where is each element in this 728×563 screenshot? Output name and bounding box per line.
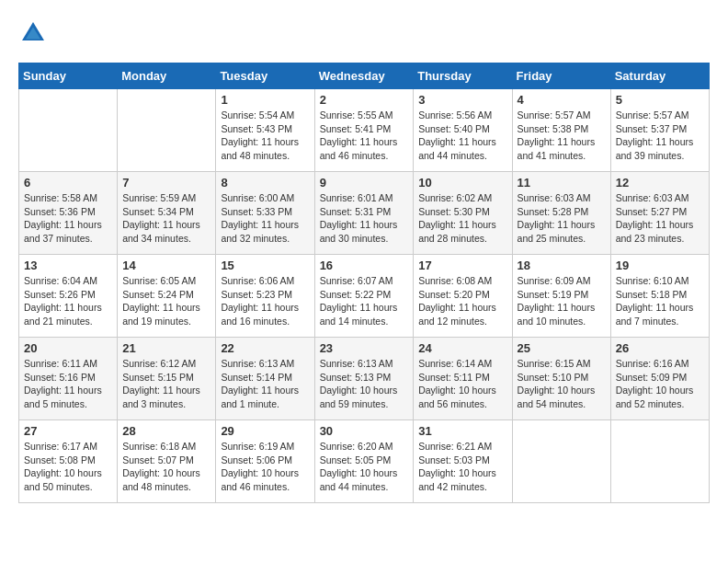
calendar-cell — [118, 89, 216, 172]
day-header-wednesday: Wednesday — [314, 63, 414, 89]
calendar-cell: 17Sunrise: 6:08 AMSunset: 5:20 PMDayligh… — [414, 255, 512, 338]
day-info: Sunrise: 6:07 AMSunset: 5:22 PMDaylight:… — [320, 274, 409, 328]
calendar-cell: 14Sunrise: 6:05 AMSunset: 5:24 PMDayligh… — [118, 255, 216, 338]
day-number: 8 — [221, 176, 309, 190]
day-info: Sunrise: 6:06 AMSunset: 5:23 PMDaylight:… — [221, 274, 309, 328]
calendar-table: SundayMondayTuesdayWednesdayThursdayFrid… — [18, 63, 710, 503]
calendar-cell: 30Sunrise: 6:20 AMSunset: 5:05 PMDayligh… — [314, 420, 414, 503]
day-info: Sunrise: 6:14 AMSunset: 5:11 PMDaylight:… — [418, 357, 506, 411]
day-info: Sunrise: 5:54 AMSunset: 5:43 PMDaylight:… — [221, 109, 309, 163]
day-info: Sunrise: 6:20 AMSunset: 5:05 PMDaylight:… — [320, 440, 409, 494]
calendar-cell: 7Sunrise: 5:59 AMSunset: 5:34 PMDaylight… — [118, 172, 216, 255]
day-info: Sunrise: 5:56 AMSunset: 5:40 PMDaylight:… — [418, 109, 506, 163]
page-header — [18, 18, 710, 48]
calendar-cell: 22Sunrise: 6:13 AMSunset: 5:14 PMDayligh… — [216, 338, 314, 420]
day-info: Sunrise: 6:19 AMSunset: 5:06 PMDaylight:… — [221, 440, 309, 494]
day-number: 21 — [122, 341, 210, 355]
day-info: Sunrise: 6:16 AMSunset: 5:09 PMDaylight:… — [616, 357, 704, 411]
calendar-cell: 24Sunrise: 6:14 AMSunset: 5:11 PMDayligh… — [414, 338, 512, 420]
calendar-cell: 23Sunrise: 6:13 AMSunset: 5:13 PMDayligh… — [314, 338, 414, 420]
day-info: Sunrise: 6:15 AMSunset: 5:10 PMDaylight:… — [518, 357, 606, 411]
day-info: Sunrise: 6:01 AMSunset: 5:31 PMDaylight:… — [320, 191, 409, 246]
day-number: 5 — [616, 93, 704, 107]
day-info: Sunrise: 5:58 AMSunset: 5:36 PMDaylight:… — [24, 191, 112, 246]
day-info: Sunrise: 6:03 AMSunset: 5:27 PMDaylight:… — [616, 191, 704, 246]
calendar-cell: 9Sunrise: 6:01 AMSunset: 5:31 PMDaylight… — [314, 172, 414, 255]
day-info: Sunrise: 6:00 AMSunset: 5:33 PMDaylight:… — [221, 191, 309, 246]
logo-icon — [18, 18, 48, 48]
day-number: 23 — [320, 341, 409, 355]
day-info: Sunrise: 6:12 AMSunset: 5:15 PMDaylight:… — [122, 357, 210, 411]
day-number: 3 — [418, 93, 506, 107]
day-number: 10 — [418, 176, 506, 190]
calendar-cell: 31Sunrise: 6:21 AMSunset: 5:03 PMDayligh… — [414, 420, 512, 503]
calendar-cell: 19Sunrise: 6:10 AMSunset: 5:18 PMDayligh… — [610, 255, 709, 338]
day-number: 16 — [320, 259, 409, 272]
day-number: 17 — [418, 259, 506, 272]
calendar-cell: 4Sunrise: 5:57 AMSunset: 5:38 PMDaylight… — [512, 89, 610, 172]
day-number: 25 — [518, 341, 606, 355]
calendar-cell: 29Sunrise: 6:19 AMSunset: 5:06 PMDayligh… — [216, 420, 314, 503]
calendar-cell: 8Sunrise: 6:00 AMSunset: 5:33 PMDaylight… — [216, 172, 314, 255]
day-number: 4 — [518, 93, 606, 107]
calendar-week-row: 27Sunrise: 6:17 AMSunset: 5:08 PMDayligh… — [19, 420, 710, 503]
day-info: Sunrise: 6:13 AMSunset: 5:14 PMDaylight:… — [221, 357, 309, 411]
day-number: 22 — [221, 341, 309, 355]
day-info: Sunrise: 6:02 AMSunset: 5:30 PMDaylight:… — [418, 191, 506, 246]
day-number: 24 — [418, 341, 506, 355]
day-number: 6 — [24, 176, 112, 190]
day-number: 2 — [320, 93, 409, 107]
day-info: Sunrise: 6:03 AMSunset: 5:28 PMDaylight:… — [518, 191, 606, 246]
day-header-sunday: Sunday — [19, 63, 118, 89]
calendar-cell: 1Sunrise: 5:54 AMSunset: 5:43 PMDaylight… — [216, 89, 314, 172]
day-number: 26 — [616, 341, 704, 355]
logo — [18, 18, 51, 48]
day-info: Sunrise: 6:09 AMSunset: 5:19 PMDaylight:… — [518, 274, 606, 328]
calendar-cell: 26Sunrise: 6:16 AMSunset: 5:09 PMDayligh… — [610, 338, 709, 420]
calendar-cell: 10Sunrise: 6:02 AMSunset: 5:30 PMDayligh… — [414, 172, 512, 255]
day-number: 29 — [221, 424, 309, 438]
calendar-cell: 18Sunrise: 6:09 AMSunset: 5:19 PMDayligh… — [512, 255, 610, 338]
day-number: 30 — [320, 424, 409, 438]
calendar-week-row: 20Sunrise: 6:11 AMSunset: 5:16 PMDayligh… — [19, 338, 710, 420]
calendar-cell: 13Sunrise: 6:04 AMSunset: 5:26 PMDayligh… — [19, 255, 118, 338]
day-header-thursday: Thursday — [414, 63, 512, 89]
day-info: Sunrise: 5:59 AMSunset: 5:34 PMDaylight:… — [122, 191, 210, 246]
calendar-cell: 2Sunrise: 5:55 AMSunset: 5:41 PMDaylight… — [314, 89, 414, 172]
day-info: Sunrise: 5:57 AMSunset: 5:38 PMDaylight:… — [518, 109, 606, 163]
day-number: 11 — [518, 176, 606, 190]
calendar-week-row: 13Sunrise: 6:04 AMSunset: 5:26 PMDayligh… — [19, 255, 710, 338]
day-info: Sunrise: 6:17 AMSunset: 5:08 PMDaylight:… — [24, 440, 112, 494]
calendar-cell: 12Sunrise: 6:03 AMSunset: 5:27 PMDayligh… — [610, 172, 709, 255]
calendar-header-row: SundayMondayTuesdayWednesdayThursdayFrid… — [19, 63, 710, 89]
day-number: 19 — [616, 259, 704, 272]
day-number: 12 — [616, 176, 704, 190]
calendar-week-row: 1Sunrise: 5:54 AMSunset: 5:43 PMDaylight… — [19, 89, 710, 172]
day-info: Sunrise: 6:08 AMSunset: 5:20 PMDaylight:… — [418, 274, 506, 328]
day-number: 15 — [221, 259, 309, 272]
calendar-cell: 6Sunrise: 5:58 AMSunset: 5:36 PMDaylight… — [19, 172, 118, 255]
day-info: Sunrise: 5:57 AMSunset: 5:37 PMDaylight:… — [616, 109, 704, 163]
day-header-friday: Friday — [512, 63, 610, 89]
day-header-monday: Monday — [118, 63, 216, 89]
calendar-cell — [512, 420, 610, 503]
day-info: Sunrise: 6:05 AMSunset: 5:24 PMDaylight:… — [122, 274, 210, 328]
day-number: 7 — [122, 176, 210, 190]
day-info: Sunrise: 6:11 AMSunset: 5:16 PMDaylight:… — [24, 357, 112, 411]
day-info: Sunrise: 6:10 AMSunset: 5:18 PMDaylight:… — [616, 274, 704, 328]
calendar-cell — [610, 420, 709, 503]
day-info: Sunrise: 5:55 AMSunset: 5:41 PMDaylight:… — [320, 109, 409, 163]
day-number: 1 — [221, 93, 309, 107]
day-number: 9 — [320, 176, 409, 190]
calendar-cell: 27Sunrise: 6:17 AMSunset: 5:08 PMDayligh… — [19, 420, 118, 503]
calendar-cell: 21Sunrise: 6:12 AMSunset: 5:15 PMDayligh… — [118, 338, 216, 420]
calendar-cell: 28Sunrise: 6:18 AMSunset: 5:07 PMDayligh… — [118, 420, 216, 503]
calendar-cell — [19, 89, 118, 172]
day-number: 13 — [24, 259, 112, 272]
day-number: 28 — [122, 424, 210, 438]
day-number: 18 — [518, 259, 606, 272]
day-info: Sunrise: 6:13 AMSunset: 5:13 PMDaylight:… — [320, 357, 409, 411]
day-number: 31 — [418, 424, 506, 438]
day-header-saturday: Saturday — [610, 63, 709, 89]
calendar-cell: 25Sunrise: 6:15 AMSunset: 5:10 PMDayligh… — [512, 338, 610, 420]
